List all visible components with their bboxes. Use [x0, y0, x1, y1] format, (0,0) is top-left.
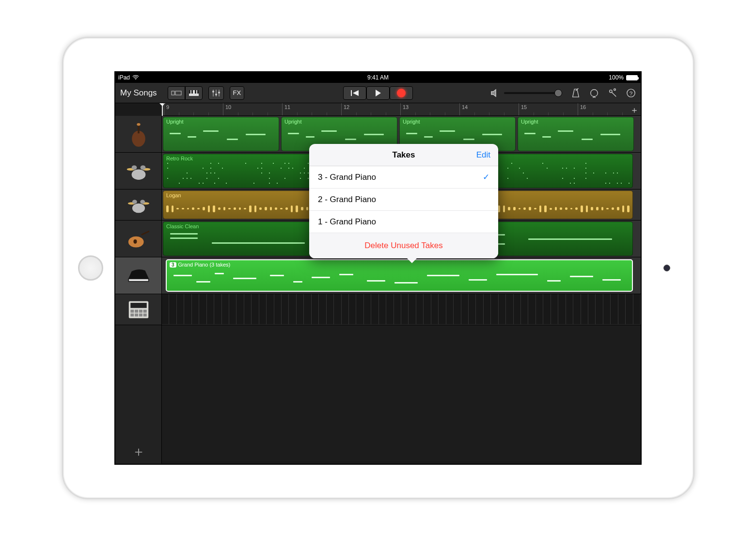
- svg-rect-52: [139, 313, 142, 316]
- region-label: Upright: [400, 117, 515, 126]
- svg-rect-45: [130, 302, 146, 308]
- svg-rect-1: [172, 91, 174, 95]
- battery-percent: 100%: [609, 74, 624, 81]
- help-icon[interactable]: ?: [626, 88, 636, 98]
- timeline-ruler[interactable]: ＋ 910111213141516: [162, 103, 641, 116]
- region-upright-4[interactable]: Upright: [518, 117, 634, 151]
- svg-point-40: [133, 239, 137, 243]
- metronome-icon[interactable]: [571, 88, 581, 98]
- take-item-3[interactable]: 3 - Grand Piano ✓: [309, 166, 498, 189]
- svg-line-22: [612, 92, 616, 96]
- svg-rect-41: [141, 230, 149, 235]
- master-volume[interactable]: [490, 88, 562, 98]
- drums-icon: [125, 157, 153, 185]
- svg-rect-2: [175, 91, 181, 95]
- svg-marker-17: [491, 90, 496, 96]
- transport: [343, 86, 413, 100]
- take-label: 3 - Grand Piano: [318, 173, 376, 182]
- record-button[interactable]: [390, 86, 413, 100]
- svg-rect-4: [189, 90, 190, 94]
- take-item-1[interactable]: 1 - Grand Piano: [309, 211, 498, 233]
- svg-point-32: [131, 165, 137, 170]
- lane-drummachine[interactable]: [162, 294, 641, 325]
- mixer-button[interactable]: [208, 86, 224, 100]
- svg-point-34: [132, 203, 144, 213]
- view-switch[interactable]: [168, 86, 203, 100]
- ipad-frame: iPad 9:41 AM 100% My Songs: [62, 37, 694, 499]
- svg-rect-5: [191, 90, 193, 94]
- delete-unused-takes-button[interactable]: Delete Unused Takes: [309, 233, 498, 258]
- rewind-button[interactable]: [343, 86, 366, 100]
- loop-icon[interactable]: [589, 88, 599, 98]
- empty-area[interactable]: [162, 325, 641, 461]
- svg-rect-49: [143, 310, 146, 313]
- svg-point-38: [140, 200, 145, 204]
- take-label: 1 - Grand Piano: [318, 217, 376, 227]
- status-time: 9:41 AM: [367, 74, 389, 81]
- status-bar: iPad 9:41 AM 100%: [115, 72, 641, 83]
- volume-icon: [490, 88, 500, 98]
- popover-title: Takes: [393, 150, 415, 160]
- take-label: 2 - Grand Piano: [318, 195, 376, 205]
- svg-rect-48: [139, 310, 142, 313]
- drums-icon: [125, 191, 153, 219]
- popover-header: Takes Edit: [309, 144, 498, 166]
- play-button[interactable]: [366, 86, 390, 100]
- svg-marker-16: [376, 90, 381, 96]
- track-headers: [115, 116, 162, 464]
- svg-rect-47: [135, 310, 138, 313]
- check-icon: ✓: [483, 172, 489, 182]
- track-header-piano[interactable]: [115, 257, 161, 294]
- svg-point-11: [212, 91, 214, 93]
- front-camera: [663, 265, 670, 271]
- svg-rect-6: [195, 90, 196, 94]
- svg-rect-50: [130, 313, 134, 316]
- svg-point-20: [591, 89, 598, 96]
- region-label: Upright: [163, 117, 279, 126]
- track-header-bass[interactable]: [115, 116, 161, 153]
- region-grand-piano[interactable]: 3Grand Piano (3 takes): [166, 259, 633, 292]
- track-header-drums-1[interactable]: [115, 153, 161, 189]
- device-name: iPad: [118, 74, 130, 81]
- wifi-icon: [132, 75, 139, 80]
- tracks-view-icon[interactable]: [168, 86, 185, 100]
- battery-icon: [626, 75, 638, 80]
- region-upright-1[interactable]: Upright: [163, 117, 279, 151]
- takes-list: 3 - Grand Piano ✓ 2 - Grand Piano 1 - Gr…: [309, 166, 498, 233]
- volume-slider[interactable]: [504, 92, 562, 94]
- take-item-2[interactable]: 2 - Grand Piano: [309, 189, 498, 211]
- svg-point-13: [218, 92, 220, 94]
- svg-point-23: [614, 88, 616, 90]
- track-header-drummachine[interactable]: [115, 294, 161, 325]
- svg-rect-51: [135, 313, 138, 316]
- region-label: 3Grand Piano (3 takes): [167, 260, 632, 269]
- settings-icon[interactable]: [608, 88, 617, 98]
- edit-button[interactable]: Edit: [476, 150, 490, 160]
- svg-rect-43: [129, 279, 148, 281]
- svg-rect-7: [197, 90, 199, 94]
- svg-rect-46: [130, 310, 134, 313]
- home-button[interactable]: [78, 255, 103, 281]
- back-button[interactable]: My Songs: [120, 88, 157, 98]
- track-header-guitar[interactable]: [115, 221, 161, 257]
- svg-rect-14: [351, 90, 352, 96]
- svg-text:?: ?: [630, 90, 633, 96]
- fx-button[interactable]: FX: [230, 86, 245, 100]
- lane-piano[interactable]: 3Grand Piano (3 takes): [162, 257, 641, 294]
- keyboard-view-icon[interactable]: [185, 86, 203, 100]
- track-header-drums-2[interactable]: [115, 189, 161, 221]
- takes-popover: Takes Edit 3 - Grand Piano ✓ 2 - Grand P…: [309, 144, 498, 258]
- svg-point-12: [215, 94, 217, 95]
- piano-icon: [125, 262, 153, 290]
- add-track-button[interactable]: ＋: [115, 440, 162, 464]
- svg-point-29: [131, 169, 145, 180]
- take-badge: 3: [170, 262, 176, 268]
- cello-icon: [125, 120, 153, 148]
- svg-marker-15: [353, 90, 359, 96]
- svg-point-0: [135, 79, 136, 80]
- svg-rect-53: [143, 313, 146, 316]
- record-icon: [397, 89, 406, 97]
- add-section-button[interactable]: ＋: [630, 104, 639, 116]
- svg-point-37: [132, 200, 137, 204]
- region-label: Upright: [518, 117, 633, 126]
